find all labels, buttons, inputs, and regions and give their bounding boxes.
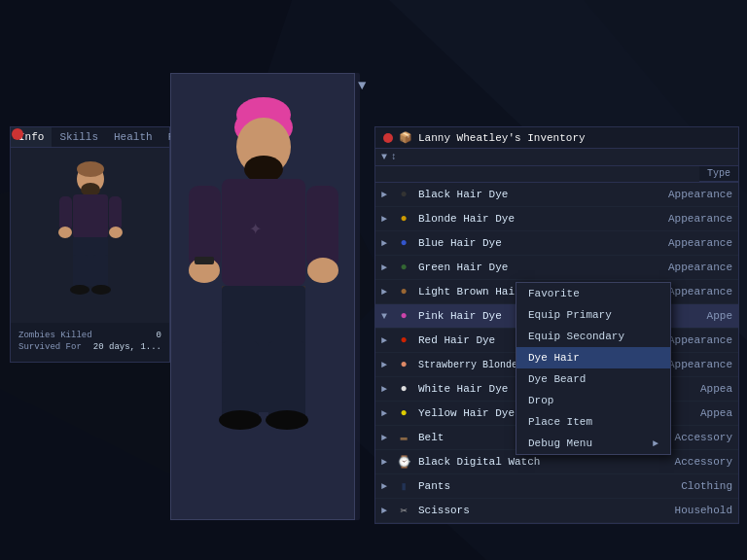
expand-icon: ► [381,287,391,298]
inventory-title: Lanny Wheatley's Inventory [418,132,586,144]
item-type: Appearance [668,237,732,249]
svg-point-32 [219,410,262,430]
svg-point-11 [58,227,72,238]
context-menu-place-item[interactable]: Place Item [516,411,670,433]
svg-rect-27 [195,257,214,264]
list-item[interactable]: ► ● Blue Hair Dye Appearance [375,231,738,256]
tab-health[interactable]: Health [106,127,160,147]
list-item[interactable]: ► ● Black Hair Dye Appearance [375,183,738,207]
expand-icon: ► [381,360,391,370]
expand-icon: ▼ [381,311,391,322]
column-headers: Type [375,166,738,183]
item-type: Appea [700,407,732,419]
item-type: Clothing [681,480,732,492]
context-menu-drop[interactable]: Drop [516,390,670,411]
item-icon: ● [395,210,412,228]
expand-icon: ► [381,481,391,492]
svg-point-7 [81,183,100,196]
context-menu-equip-secondary[interactable]: Equip Secondary [516,326,670,347]
inventory-header: 📦 Lanny Wheatley's Inventory [375,127,738,149]
expand-icon: ► [381,433,391,443]
expand-icon: ► [381,335,391,346]
item-icon: ▮ [395,477,412,495]
svg-rect-31 [268,341,305,419]
svg-rect-9 [59,196,72,230]
item-icon: ⌚ [395,453,412,471]
svg-point-17 [91,285,111,295]
svg-rect-30 [222,341,259,419]
context-menu: Favorite Equip Primary Equip Secondary D… [516,282,671,455]
svg-text:✦: ✦ [249,221,262,237]
expand-icon: ► [381,457,391,468]
list-item-pants[interactable]: ► ▮ Pants Clothing [375,474,738,499]
filter-sort-icon[interactable]: ↕ [391,152,397,162]
submenu-arrow-icon: ► [653,438,658,449]
list-item-scissors[interactable]: ► ✂ Scissors Household [375,499,738,523]
item-type: Accessory [675,456,732,468]
item-type: Household [675,505,732,516]
char-panel-small: Info Skills Health Protect [10,126,170,363]
tab-skills[interactable]: Skills [52,127,106,147]
debug-menu-label: Debug Menu [528,438,592,449]
zombies-killed-label: Zombies Killed [18,331,92,340]
item-icon: ● [395,307,412,325]
item-icon: ● [395,356,412,373]
expand-icon: ► [381,506,391,516]
inventory-close-button[interactable] [383,133,393,143]
zombies-killed-value: 0 [157,331,161,340]
context-menu-dye-hair[interactable]: Dye Hair [516,347,670,368]
item-type: Appearance [668,262,732,273]
inventory-icon: 📦 [399,131,412,144]
stat-zombies-killed: Zombies Killed 0 [18,331,161,340]
item-name: Pants [418,480,681,492]
stat-survived-for: Survived For 20 days, 1... [18,342,161,352]
svg-point-26 [307,258,338,283]
context-menu-equip-primary[interactable]: Equip Primary [516,304,670,326]
item-icon: ● [395,186,412,203]
filter-icon[interactable]: ▼ [358,78,366,93]
item-name: Blue Hair Dye [418,237,668,249]
char-panel-close-button[interactable] [12,128,23,140]
char-panel-tabs: Info Skills Health Protect [11,127,169,148]
svg-point-12 [109,227,123,238]
context-menu-dye-beard[interactable]: Dye Beard [516,368,670,390]
item-icon: ● [395,234,412,252]
inventory-filter-row: ▼ ↕ [375,149,738,166]
expand-icon: ► [381,238,391,249]
drop-label: Drop [528,395,553,406]
char-panel-large: ✦ [170,73,355,520]
list-item[interactable]: ► ● Blonde Hair Dye Appearance [375,207,738,231]
char-avatar-small [11,148,169,323]
svg-rect-10 [109,196,122,230]
item-type: Accessory [675,432,732,443]
expand-icon: ► [381,190,391,200]
item-name: Blonde Hair Dye [418,213,668,225]
expand-icon: ► [381,384,391,395]
item-icon: ● [395,332,412,349]
item-type: Appearance [668,189,732,200]
item-type: Appearance [668,334,732,346]
item-name: Green Hair Dye [418,262,668,273]
expand-icon: ► [381,214,391,225]
item-name: Scissors [418,505,675,516]
svg-point-6 [77,161,104,177]
context-menu-debug-menu[interactable]: Debug Menu ► [516,433,670,454]
item-icon: ● [395,259,412,276]
equip-primary-label: Equip Primary [528,309,612,321]
context-menu-favorite[interactable]: Favorite [516,283,670,304]
svg-rect-23 [189,186,221,268]
list-item[interactable]: ► ● Green Hair Dye Appearance [375,256,738,280]
item-icon: ✂ [395,502,412,519]
svg-rect-15 [93,255,108,289]
survived-for-label: Survived For [18,342,82,352]
item-icon: ● [395,283,412,300]
svg-rect-24 [306,186,338,268]
dye-hair-label: Dye Hair [528,352,580,364]
favorite-label: Favorite [528,288,580,299]
survived-for-value: 20 days, 1... [93,342,161,352]
filter-funnel-icon[interactable]: ▼ [381,152,387,162]
type-column-header: Type [699,166,738,182]
item-type: Appearance [668,359,732,370]
svg-point-16 [70,285,89,295]
item-type: Appe [707,310,732,322]
